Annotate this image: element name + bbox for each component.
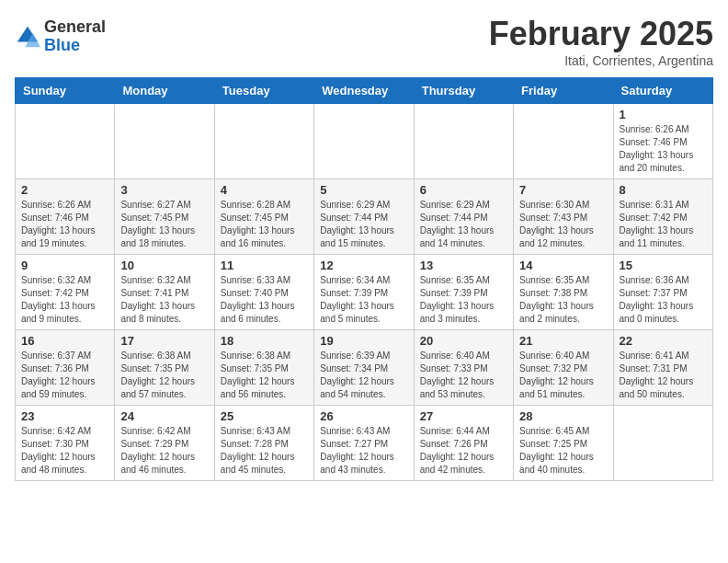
day-number: 2 [21, 183, 108, 197]
title-area: February 2025 Itati, Corrientes, Argenti… [489, 15, 713, 68]
day-info: Sunrise: 6:27 AM Sunset: 7:45 PM Dayligh… [120, 199, 208, 250]
day-number: 1 [620, 108, 707, 121]
calendar-cell: 23Sunrise: 6:42 AM Sunset: 7:30 PM Dayli… [16, 406, 115, 481]
day-info: Sunrise: 6:37 AM Sunset: 7:36 PM Dayligh… [21, 350, 108, 401]
calendar-cell: 13Sunrise: 6:35 AM Sunset: 7:39 PM Dayli… [414, 255, 513, 330]
day-info: Sunrise: 6:40 AM Sunset: 7:32 PM Dayligh… [519, 350, 607, 401]
calendar-cell: 18Sunrise: 6:38 AM Sunset: 7:35 PM Dayli… [214, 330, 313, 406]
day-number: 5 [320, 183, 407, 197]
day-info: Sunrise: 6:43 AM Sunset: 7:28 PM Dayligh… [221, 425, 308, 477]
day-number: 10 [120, 259, 208, 272]
day-info: Sunrise: 6:31 AM Sunset: 7:42 PM Dayligh… [620, 199, 707, 250]
calendar-cell: 22Sunrise: 6:41 AM Sunset: 7:31 PM Dayli… [613, 330, 712, 406]
day-info: Sunrise: 6:28 AM Sunset: 7:45 PM Dayligh… [221, 199, 308, 250]
day-info: Sunrise: 6:34 AM Sunset: 7:39 PM Dayligh… [320, 274, 407, 326]
calendar-cell: 14Sunrise: 6:35 AM Sunset: 7:38 PM Dayli… [514, 255, 613, 330]
logo: General Blue [15, 18, 106, 55]
calendar-cell: 5Sunrise: 6:29 AM Sunset: 7:44 PM Daylig… [314, 179, 414, 255]
calendar-cell [314, 104, 414, 179]
day-number: 21 [519, 334, 607, 348]
day-info: Sunrise: 6:42 AM Sunset: 7:29 PM Dayligh… [120, 425, 208, 477]
day-number: 19 [320, 334, 407, 348]
day-number: 13 [420, 259, 507, 272]
day-info: Sunrise: 6:36 AM Sunset: 7:37 PM Dayligh… [620, 274, 707, 326]
calendar-cell: 2Sunrise: 6:26 AM Sunset: 7:46 PM Daylig… [16, 179, 115, 255]
day-number: 24 [120, 409, 208, 423]
day-number: 4 [221, 183, 308, 197]
calendar-cell: 19Sunrise: 6:39 AM Sunset: 7:34 PM Dayli… [314, 330, 414, 406]
calendar-cell: 16Sunrise: 6:37 AM Sunset: 7:36 PM Dayli… [16, 330, 115, 406]
day-number: 28 [519, 409, 607, 423]
calendar-cell: 20Sunrise: 6:40 AM Sunset: 7:33 PM Dayli… [414, 330, 513, 406]
calendar-cell: 17Sunrise: 6:38 AM Sunset: 7:35 PM Dayli… [115, 330, 214, 406]
calendar-cell [214, 104, 313, 179]
day-number: 18 [221, 334, 308, 348]
day-number: 23 [21, 409, 108, 423]
location-subtitle: Itati, Corrientes, Argentina [489, 53, 713, 68]
calendar-cell: 11Sunrise: 6:33 AM Sunset: 7:40 PM Dayli… [214, 255, 313, 330]
calendar-cell: 21Sunrise: 6:40 AM Sunset: 7:32 PM Dayli… [514, 330, 613, 406]
calendar-cell: 10Sunrise: 6:32 AM Sunset: 7:41 PM Dayli… [115, 255, 214, 330]
day-number: 6 [420, 183, 507, 197]
day-number: 9 [21, 259, 108, 272]
day-number: 25 [221, 409, 308, 423]
header: General Blue February 2025 Itati, Corrie… [15, 15, 713, 68]
day-number: 14 [519, 259, 607, 272]
day-info: Sunrise: 6:32 AM Sunset: 7:42 PM Dayligh… [21, 274, 108, 326]
calendar-cell: 9Sunrise: 6:32 AM Sunset: 7:42 PM Daylig… [16, 255, 115, 330]
day-number: 22 [620, 334, 707, 348]
day-info: Sunrise: 6:38 AM Sunset: 7:35 PM Dayligh… [120, 350, 208, 401]
day-info: Sunrise: 6:45 AM Sunset: 7:25 PM Dayligh… [519, 425, 607, 477]
day-info: Sunrise: 6:33 AM Sunset: 7:40 PM Dayligh… [221, 274, 308, 326]
day-number: 7 [519, 183, 607, 197]
day-header-tuesday: Tuesday [214, 78, 313, 104]
calendar-cell: 25Sunrise: 6:43 AM Sunset: 7:28 PM Dayli… [214, 406, 313, 481]
calendar-week-row: 2Sunrise: 6:26 AM Sunset: 7:46 PM Daylig… [16, 179, 713, 255]
day-info: Sunrise: 6:38 AM Sunset: 7:35 PM Dayligh… [221, 350, 308, 401]
day-info: Sunrise: 6:29 AM Sunset: 7:44 PM Dayligh… [320, 199, 407, 250]
day-number: 12 [320, 259, 407, 272]
day-number: 3 [120, 183, 208, 197]
day-info: Sunrise: 6:32 AM Sunset: 7:41 PM Dayligh… [120, 274, 208, 326]
calendar-cell: 7Sunrise: 6:30 AM Sunset: 7:43 PM Daylig… [514, 179, 613, 255]
calendar-cell: 1Sunrise: 6:26 AM Sunset: 7:46 PM Daylig… [613, 104, 712, 179]
logo-blue-text: Blue [44, 37, 106, 55]
day-header-monday: Monday [115, 78, 214, 104]
calendar-cell [16, 104, 115, 179]
day-number: 27 [420, 409, 507, 423]
calendar-cell: 4Sunrise: 6:28 AM Sunset: 7:45 PM Daylig… [214, 179, 313, 255]
day-info: Sunrise: 6:35 AM Sunset: 7:38 PM Dayligh… [519, 274, 607, 326]
calendar-cell [514, 104, 613, 179]
logo-general-text: General [44, 18, 106, 37]
month-title: February 2025 [489, 15, 713, 53]
day-header-thursday: Thursday [414, 78, 513, 104]
calendar-cell: 15Sunrise: 6:36 AM Sunset: 7:37 PM Dayli… [613, 255, 712, 330]
calendar-cell: 8Sunrise: 6:31 AM Sunset: 7:42 PM Daylig… [613, 179, 712, 255]
day-header-wednesday: Wednesday [314, 78, 414, 104]
calendar-table: SundayMondayTuesdayWednesdayThursdayFrid… [15, 77, 713, 481]
calendar-cell: 27Sunrise: 6:44 AM Sunset: 7:26 PM Dayli… [414, 406, 513, 481]
day-number: 16 [21, 334, 108, 348]
calendar-cell: 26Sunrise: 6:43 AM Sunset: 7:27 PM Dayli… [314, 406, 414, 481]
calendar-cell: 28Sunrise: 6:45 AM Sunset: 7:25 PM Dayli… [514, 406, 613, 481]
day-number: 20 [420, 334, 507, 348]
day-info: Sunrise: 6:39 AM Sunset: 7:34 PM Dayligh… [320, 350, 407, 401]
calendar-cell [613, 406, 712, 481]
day-info: Sunrise: 6:26 AM Sunset: 7:46 PM Dayligh… [620, 123, 707, 175]
day-number: 11 [221, 259, 308, 272]
day-info: Sunrise: 6:26 AM Sunset: 7:46 PM Dayligh… [21, 199, 108, 250]
day-info: Sunrise: 6:44 AM Sunset: 7:26 PM Dayligh… [420, 425, 507, 477]
day-header-friday: Friday [514, 78, 613, 104]
day-info: Sunrise: 6:35 AM Sunset: 7:39 PM Dayligh… [420, 274, 507, 326]
day-info: Sunrise: 6:41 AM Sunset: 7:31 PM Dayligh… [620, 350, 707, 401]
day-info: Sunrise: 6:29 AM Sunset: 7:44 PM Dayligh… [420, 199, 507, 250]
day-info: Sunrise: 6:43 AM Sunset: 7:27 PM Dayligh… [320, 425, 407, 477]
calendar-week-row: 1Sunrise: 6:26 AM Sunset: 7:46 PM Daylig… [16, 104, 713, 179]
calendar-week-row: 9Sunrise: 6:32 AM Sunset: 7:42 PM Daylig… [16, 255, 713, 330]
calendar-cell: 6Sunrise: 6:29 AM Sunset: 7:44 PM Daylig… [414, 179, 513, 255]
calendar-header-row: SundayMondayTuesdayWednesdayThursdayFrid… [16, 78, 713, 104]
day-number: 8 [620, 183, 707, 197]
calendar-cell [414, 104, 513, 179]
day-number: 15 [620, 259, 707, 272]
calendar-week-row: 16Sunrise: 6:37 AM Sunset: 7:36 PM Dayli… [16, 330, 713, 406]
